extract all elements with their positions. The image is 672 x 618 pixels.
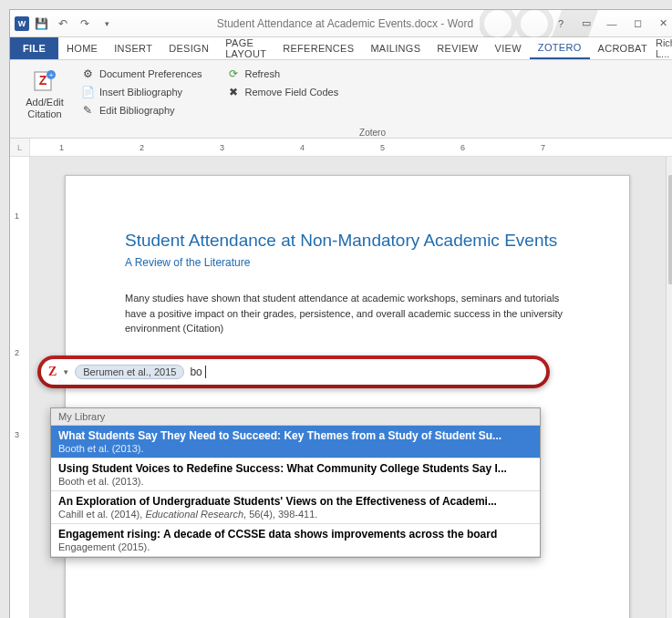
citation-search-input[interactable]: bo	[190, 366, 206, 378]
refresh-icon: ⟳	[226, 67, 241, 81]
result-title: What Students Say They Need to Succeed: …	[58, 429, 532, 442]
result-meta: Booth et al. (2013).	[58, 476, 532, 487]
gear-icon: ⚙	[80, 67, 95, 81]
refresh-button[interactable]: ⟳ Refresh	[222, 66, 343, 82]
undo-icon[interactable]: ↶	[53, 14, 73, 34]
result-meta: Cahill et al. (2014), Educational Resear…	[58, 509, 532, 520]
maximize-icon[interactable]: ◻	[625, 14, 650, 34]
vertical-scrollbar[interactable]	[666, 157, 672, 618]
citation-result-item[interactable]: Using Student Voices to Redefine Success…	[51, 458, 540, 491]
scroll-thumb[interactable]	[668, 175, 672, 284]
save-icon[interactable]: 💾	[31, 14, 51, 34]
ribbon-group-label: Zotero	[69, 128, 672, 138]
citation-results-popup: My Library What Students Say They Need t…	[50, 407, 541, 558]
svg-text:Z: Z	[39, 73, 47, 88]
word-window: W 💾 ↶ ↷ ▾ Student Attendance at Academic…	[9, 9, 672, 618]
citation-result-item[interactable]: What Students Say They Need to Succeed: …	[51, 426, 540, 458]
result-meta: Booth et al. (2013).	[58, 443, 532, 454]
ribbon-tabs: FILE HOMEINSERTDESIGNPAGE LAYOUTREFERENC…	[10, 37, 672, 60]
svg-point-1	[518, 10, 551, 37]
citation-chip[interactable]: Berumen et al., 2015	[75, 365, 184, 379]
edit-bibliography-button[interactable]: ✎ Edit Bibliography	[77, 102, 206, 118]
citation-result-item[interactable]: An Exploration of Undergraduate Students…	[51, 491, 540, 524]
help-icon[interactable]: ?	[548, 14, 574, 34]
chevron-down-icon[interactable]: ▼	[62, 368, 69, 376]
horizontal-ruler[interactable]: L 1234567	[10, 139, 672, 157]
insert-bibliography-button[interactable]: 📄 Insert Bibliography	[77, 84, 206, 100]
minimize-icon[interactable]: —	[599, 14, 625, 34]
document-area: 1 2 3 Student Attendance at Non-Mandator…	[10, 157, 672, 618]
bibliography-icon: 📄	[80, 85, 95, 99]
tab-page-layout[interactable]: PAGE LAYOUT	[217, 37, 274, 59]
tab-zotero[interactable]: ZOTERO	[530, 37, 590, 59]
tab-insert[interactable]: INSERT	[106, 37, 160, 59]
document-title: Student Attendance at Non-Mandatory Acad…	[125, 231, 570, 251]
ruler-corner[interactable]: L	[10, 139, 30, 156]
result-title: An Exploration of Undergraduate Students…	[58, 495, 532, 508]
result-title: Using Student Voices to Redefine Success…	[58, 462, 532, 475]
tab-home[interactable]: HOME	[58, 37, 106, 59]
results-library-header: My Library	[51, 408, 540, 426]
tab-review[interactable]: REVIEW	[429, 37, 486, 59]
user-account[interactable]: Richelle L... ▾	[656, 37, 672, 59]
remove-field-codes-button[interactable]: ✖ Remove Field Codes	[222, 84, 343, 100]
user-name: Richelle L...	[656, 37, 672, 59]
add-edit-citation-button[interactable]: Z+ Add/EditCitation	[22, 63, 67, 120]
zotero-citation-bar: Z ▼ Berumen et al., 2015 bo	[37, 355, 550, 388]
edit-bibliography-icon: ✎	[80, 103, 95, 118]
tab-acrobat[interactable]: ACROBAT	[590, 37, 656, 59]
citation-result-item[interactable]: Engagement rising: A decade of CCSSE dat…	[51, 524, 540, 557]
ribbon: Z+ Add/EditCitation ⚙ Document Preferenc…	[10, 60, 672, 139]
svg-point-0	[481, 10, 514, 37]
redo-icon[interactable]: ↷	[75, 14, 95, 34]
document-paragraph: Many studies have shown that student att…	[125, 291, 570, 336]
document-subtitle: A Review of the Literature	[125, 256, 570, 269]
svg-text:+: +	[49, 71, 54, 79]
titlebar: W 💾 ↶ ↷ ▾ Student Attendance at Academic…	[10, 10, 672, 37]
zotero-citation-icon: Z+	[30, 66, 59, 95]
window-title: Student Attendance at Academic Events.do…	[217, 17, 473, 30]
word-app-icon: W	[15, 16, 29, 31]
document-preferences-button[interactable]: ⚙ Document Preferences	[77, 66, 206, 82]
result-meta: Engagement (2015).	[58, 541, 532, 552]
close-icon[interactable]: ✕	[650, 14, 672, 34]
remove-codes-icon: ✖	[226, 85, 241, 99]
ribbon-options-icon[interactable]: ▭	[574, 14, 599, 34]
tab-file[interactable]: FILE	[10, 37, 58, 59]
tab-mailings[interactable]: MAILINGS	[362, 37, 429, 59]
tab-design[interactable]: DESIGN	[160, 37, 217, 59]
add-edit-citation-label: Add/EditCitation	[26, 97, 64, 120]
vertical-ruler[interactable]: 1 2 3	[10, 157, 30, 618]
tab-view[interactable]: VIEW	[487, 37, 530, 59]
qat-customize-icon[interactable]: ▾	[97, 14, 117, 34]
zotero-z-icon[interactable]: Z	[48, 365, 57, 379]
result-title: Engagement rising: A decade of CCSSE dat…	[58, 528, 532, 541]
tab-references[interactable]: REFERENCES	[274, 37, 362, 59]
